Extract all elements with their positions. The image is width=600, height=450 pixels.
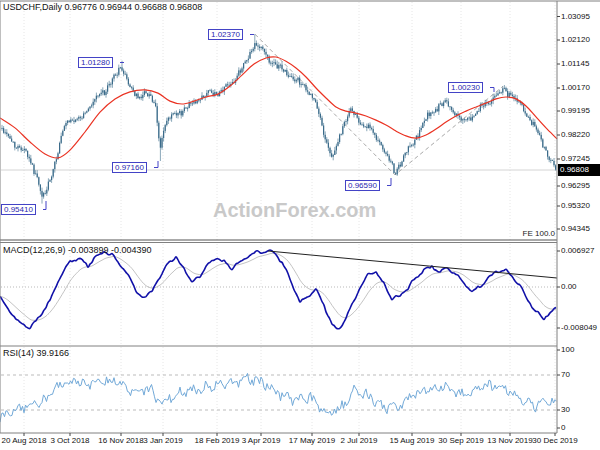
rsi-panel[interactable] [0, 346, 557, 433]
watermark: ActionForex.com [213, 199, 376, 222]
rsi-title: RSI(14) 39.9166 [3, 348, 69, 358]
y-axis-label: 0.98220 [561, 130, 590, 139]
macd-axis-label: -0.008049 [561, 323, 597, 332]
y-axis-label: 1.02120 [561, 35, 590, 44]
x-axis-label: 30 Dec 2019 [525, 436, 585, 445]
macd-axis-label: 0.00 [561, 282, 577, 291]
rsi-axis-label: 70 [561, 370, 570, 379]
price-annotation: 0.95410 [1, 204, 36, 215]
macd-title: MACD(12,26,9) -0.003899 -0.004390 [3, 245, 152, 255]
price-annotation: 1.01280 [78, 57, 113, 68]
y-axis-label: 1.01145 [561, 59, 589, 68]
rsi-axis-label: 0 [561, 423, 565, 432]
forex-chart: USDCHF,Daily 0.96776 0.96944 0.96688 0.9… [0, 0, 600, 450]
rsi-axis-label: 30 [561, 405, 570, 414]
y-axis-label: 0.96295 [561, 181, 590, 190]
price-annotation: 1.02370 [208, 29, 243, 40]
macd-axis-label: 0.006927 [561, 246, 594, 255]
x-axis-label: 3 Jan 2019 [133, 436, 193, 445]
rsi-axis-label: 100 [561, 345, 574, 354]
price-annotation: 0.96590 [345, 180, 380, 191]
y-axis-label: 0.99195 [561, 106, 590, 115]
y-axis-label: 1.03095 [561, 12, 590, 21]
fibonacci-extension-label: FE 100.0 [470, 229, 555, 238]
current-price-badge: 0.96808 [558, 164, 600, 176]
x-axis-label: 2 Jul 2019 [329, 436, 389, 445]
chart-title: USDCHF,Daily 0.96776 0.96944 0.96688 0.9… [3, 2, 202, 12]
price-annotation: 0.97160 [112, 162, 147, 173]
y-axis-label: 0.94345 [561, 224, 590, 233]
macd-panel[interactable] [0, 243, 557, 345]
y-axis-label: 1.00170 [561, 83, 590, 92]
y-axis-label: 0.95320 [561, 201, 590, 210]
y-axis-label: 0.97245 [561, 154, 590, 163]
price-annotation: 1.00230 [448, 82, 483, 93]
